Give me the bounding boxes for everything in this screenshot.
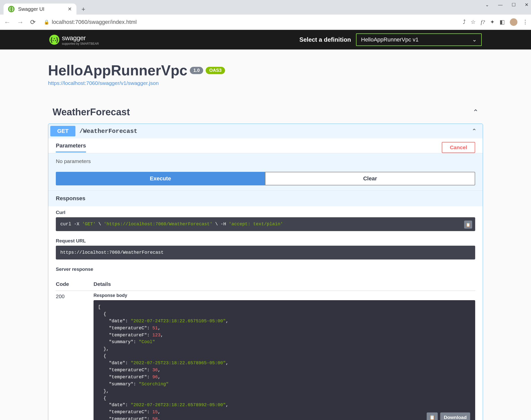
definition-select-value: HelloAppRunnerVpc v1 — [361, 36, 419, 43]
sidepanel-icon[interactable]: ◧ — [500, 19, 505, 25]
forward-button[interactable]: → — [16, 18, 25, 26]
swagger-topbar: {∴} swagger supported by SMARTBEAR Selec… — [0, 30, 531, 49]
tag-header[interactable]: WeatherForecast ⌃ — [48, 104, 483, 121]
reload-button[interactable]: ⟳ — [29, 18, 37, 26]
bookmark-icon[interactable]: ☆ — [471, 19, 476, 25]
operation-summary[interactable]: GET /WeatherForecast ⌃ — [48, 124, 483, 138]
menu-icon[interactable]: ⋮ — [522, 19, 528, 25]
chevron-down-icon[interactable]: ⌄ — [485, 2, 489, 8]
chevron-up-icon: ⌃ — [473, 108, 478, 116]
swagger-favicon: { } — [8, 6, 15, 12]
response-body-box[interactable]: [ { "date": "2022-07-24T23:18:22.6575105… — [94, 300, 475, 420]
no-parameters-text: No parameters — [56, 158, 475, 164]
chevron-up-icon: ⌃ — [472, 128, 477, 135]
parameters-tab[interactable]: Parameters — [56, 142, 86, 152]
back-button[interactable]: ← — [3, 18, 12, 26]
close-icon[interactable]: ✕ — [525, 2, 528, 8]
tag-section: WeatherForecast ⌃ GET /WeatherForecast ⌃… — [48, 104, 483, 420]
browser-tab[interactable]: { } Swagger UI ✕ — [4, 4, 76, 15]
main-content: HelloAppRunnerVpc 1.0 OAS3 https://local… — [40, 49, 491, 420]
toolbar-right: ⤴ ☆ f? ✦ ◧ ⋮ — [463, 18, 528, 26]
response-table-header: Code Details — [48, 278, 483, 291]
share-icon[interactable]: ⤴ — [463, 19, 466, 25]
code-column-header: Code — [56, 281, 73, 287]
server-response-label: Server response — [56, 267, 475, 272]
curl-label: Curl — [56, 210, 475, 215]
api-title-row: HelloAppRunnerVpc 1.0 OAS3 — [48, 62, 483, 79]
new-tab-button[interactable]: + — [81, 5, 85, 13]
curl-code: curl -X 'GET' \ 'https://localhost:7060/… — [56, 217, 475, 231]
url-text: localhost:7060/swagger/index.html — [52, 19, 137, 25]
request-url-box: https://localhost:7060/WeatherForecast — [56, 246, 475, 259]
logo-subtitle: supported by SMARTBEAR — [62, 42, 99, 45]
chevron-down-icon: ⌄ — [472, 36, 477, 43]
version-badge: 1.0 — [190, 67, 203, 74]
extensions-icon[interactable]: ✦ — [490, 19, 495, 25]
maximize-icon[interactable]: ☐ — [512, 2, 516, 8]
response-code: 200 — [56, 291, 73, 299]
tab-close-icon[interactable]: ✕ — [68, 6, 72, 12]
response-body-label: Response body — [94, 293, 475, 298]
swagger-logo[interactable]: {∴} swagger supported by SMARTBEAR — [49, 34, 99, 45]
profile-avatar[interactable] — [510, 18, 517, 26]
definition-select[interactable]: HelloAppRunnerVpc v1 ⌄ — [356, 33, 482, 46]
tab-title: Swagger UI — [18, 6, 64, 12]
api-title: HelloAppRunnerVpc — [48, 62, 187, 79]
tag-name: WeatherForecast — [53, 107, 130, 118]
browser-chrome: { } Swagger UI ✕ + ⌄ — ☐ ✕ ← → ⟳ 🔒 local… — [0, 0, 531, 30]
address-bar: ← → ⟳ 🔒 localhost:7060/swagger/index.htm… — [0, 15, 531, 30]
responses-header: Responses — [48, 190, 483, 206]
operation-body: Parameters Cancel No parameters Execute … — [48, 138, 483, 420]
response-row: 200 Response body [ { "date": "2022-07-2… — [48, 291, 483, 420]
tab-bar: { } Swagger UI ✕ + ⌄ — ☐ ✕ — [0, 0, 531, 15]
operation-path: /WeatherForecast — [79, 128, 472, 135]
details-column-header: Details — [94, 281, 111, 287]
clear-button[interactable]: Clear — [265, 172, 475, 185]
download-button[interactable]: Download — [440, 412, 470, 420]
request-url-label: Request URL — [56, 238, 475, 244]
cancel-button[interactable]: Cancel — [442, 142, 475, 153]
lock-icon: 🔒 — [44, 19, 49, 25]
execute-button[interactable]: Execute — [56, 172, 265, 185]
swagger-logo-icon: {∴} — [49, 35, 59, 45]
method-badge: GET — [50, 126, 75, 136]
address-input[interactable]: 🔒 localhost:7060/swagger/index.html — [41, 19, 458, 25]
window-controls: ⌄ — ☐ ✕ — [485, 2, 528, 8]
operation-block: GET /WeatherForecast ⌃ Parameters Cancel… — [48, 124, 483, 420]
font-icon[interactable]: f? — [481, 19, 485, 25]
copy-response-button[interactable]: 📋 — [427, 412, 438, 420]
oas-badge: OAS3 — [206, 67, 225, 74]
definition-select-label: Select a definition — [299, 36, 351, 43]
minimize-icon[interactable]: — — [498, 2, 503, 8]
api-json-link[interactable]: https://localhost:7060/swagger/v1/swagge… — [48, 80, 159, 86]
copy-curl-button[interactable]: 📋 — [464, 221, 472, 229]
logo-title: swagger — [62, 34, 99, 42]
